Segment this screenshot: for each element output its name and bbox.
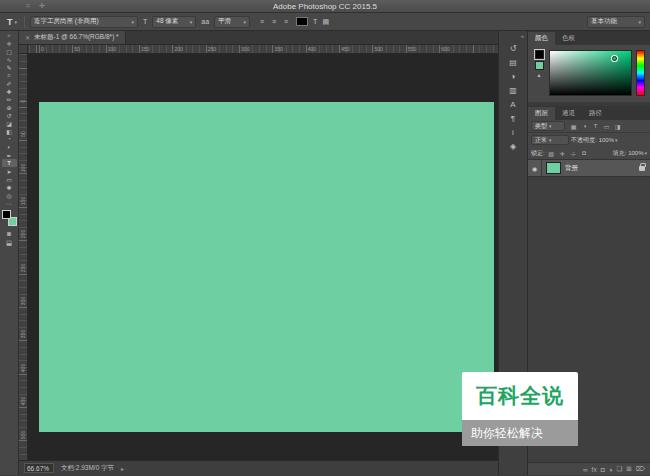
dock-info-icon[interactable]: i bbox=[502, 126, 524, 139]
layer-group-icon[interactable]: ❏ bbox=[617, 465, 623, 473]
zoom-tool[interactable]: ◎ bbox=[2, 191, 17, 199]
layer-filter-select[interactable]: 类型 ▾ bbox=[531, 121, 565, 131]
canvas-area[interactable]: 050100150200250300350400450500550600 050… bbox=[19, 45, 498, 460]
type-tool[interactable]: T bbox=[2, 159, 17, 167]
healing-brush-tool[interactable]: ✚ bbox=[2, 87, 17, 95]
align-left-icon[interactable]: ≡ bbox=[257, 17, 267, 27]
pen-tool[interactable]: ✒ bbox=[2, 151, 17, 159]
dock-history-icon[interactable]: ↺ bbox=[502, 42, 524, 55]
layers-panel-bottom-bar: ∞fx◘◑❏⊞⌦ bbox=[528, 462, 650, 475]
eyedropper-tool[interactable]: ✐ bbox=[2, 79, 17, 87]
opacity-select[interactable]: 100% ▾ bbox=[599, 137, 618, 143]
ruler-origin-corner[interactable] bbox=[19, 45, 28, 54]
new-layer-icon[interactable]: ⊞ bbox=[626, 465, 631, 473]
document-canvas[interactable] bbox=[39, 102, 494, 432]
tab-swatches[interactable]: 色板 bbox=[555, 32, 582, 45]
dock-properties-icon[interactable]: ▤ bbox=[502, 56, 524, 69]
tab-layers[interactable]: 图层 bbox=[528, 107, 555, 120]
dock-paragraph-icon[interactable]: ¶ bbox=[502, 112, 524, 125]
titlebar-icons: ⌗✛ bbox=[26, 0, 45, 12]
dock-character-icon[interactable]: A bbox=[502, 98, 524, 111]
saturation-brightness-picker[interactable] bbox=[549, 50, 632, 96]
color-panel-body: ▲ bbox=[528, 45, 650, 102]
tool-preset-picker[interactable]: T ▾ bbox=[5, 16, 19, 28]
filter-shape-icon[interactable]: ▭ bbox=[602, 122, 611, 131]
brush-tool[interactable]: ✏ bbox=[2, 95, 17, 103]
canvas-viewport[interactable] bbox=[28, 54, 498, 460]
title-bar: ⌗✛ Adobe Photoshop CC 2015.5 bbox=[0, 0, 650, 13]
filter-pixel-icon[interactable]: ▦ bbox=[569, 122, 578, 131]
blend-mode-select[interactable]: 正常 ▾ bbox=[531, 135, 569, 145]
text-color-swatch[interactable] bbox=[296, 17, 308, 26]
delete-layer-icon[interactable]: ⌦ bbox=[636, 465, 645, 473]
toolbar-collapse-icon[interactable]: » bbox=[7, 32, 10, 39]
history-brush-tool[interactable]: ↺ bbox=[2, 111, 17, 119]
dock-libraries-icon[interactable]: ▥ bbox=[502, 84, 524, 97]
layer-visibility-toggle[interactable]: ◉ bbox=[528, 160, 542, 176]
dock-adjustments-icon[interactable]: ◑ bbox=[502, 70, 524, 83]
filter-smart-object-icon[interactable]: ◨ bbox=[613, 122, 622, 131]
lock-transparency-icon[interactable]: ▨ bbox=[547, 149, 556, 158]
zoom-level-field[interactable]: 66.67% bbox=[24, 463, 54, 473]
crop-tool[interactable]: ⌗ bbox=[2, 71, 17, 79]
quick-selection-tool[interactable]: ✎ bbox=[2, 63, 17, 71]
tab-channels[interactable]: 通道 bbox=[555, 107, 582, 120]
shape-tool[interactable]: ▭ bbox=[2, 175, 17, 183]
quick-mask-icon[interactable]: ◙ bbox=[2, 229, 17, 238]
layer-effects-icon[interactable]: fx bbox=[592, 466, 597, 473]
layer-row-background[interactable]: ◉ 背景 bbox=[528, 160, 650, 177]
tab-paths[interactable]: 路径 bbox=[582, 107, 609, 120]
gradient-tool[interactable]: ◧ bbox=[2, 127, 17, 135]
ruler-number: 100 bbox=[108, 46, 116, 52]
foreground-color-swatch[interactable] bbox=[2, 210, 11, 219]
background-color-swatch[interactable] bbox=[535, 61, 544, 70]
chevron-down-icon: ▾ bbox=[190, 19, 193, 25]
font-size-select[interactable]: 48 像素 ▾ bbox=[152, 16, 196, 28]
antialias-select[interactable]: 平滑 ▾ bbox=[214, 16, 250, 28]
hue-slider[interactable] bbox=[636, 50, 645, 96]
ruler-number: 100 bbox=[20, 162, 26, 174]
dock-collapse-icon[interactable]: « bbox=[499, 33, 527, 41]
lock-pixels-icon[interactable]: ✛ bbox=[558, 149, 567, 158]
move-tool[interactable]: ✛ bbox=[2, 39, 17, 47]
lock-all-icon[interactable]: ◘ bbox=[580, 149, 589, 158]
color-swatches bbox=[2, 210, 17, 226]
lock-position-icon[interactable]: ⊹ bbox=[569, 149, 578, 158]
close-icon[interactable]: ✕ bbox=[25, 34, 30, 41]
path-selection-tool[interactable]: ➤ bbox=[2, 167, 17, 175]
screen-mode-icon[interactable]: ⬓ bbox=[2, 238, 17, 247]
filter-type-icon[interactable]: T bbox=[591, 122, 600, 131]
hand-tool[interactable]: ✱ bbox=[2, 183, 17, 191]
link-layers-icon[interactable]: ∞ bbox=[583, 466, 588, 473]
align-right-icon[interactable]: ≡ bbox=[281, 17, 291, 27]
layer-thumbnail[interactable] bbox=[546, 162, 561, 174]
clone-stamp-tool[interactable]: ⊕ bbox=[2, 103, 17, 111]
toggle-panels-icon[interactable]: ▤ bbox=[322, 18, 329, 26]
adjustment-layer-icon[interactable]: ◑ bbox=[609, 466, 613, 473]
foreground-color-swatch[interactable] bbox=[535, 50, 544, 59]
document-tab[interactable]: ✕ 未标题-1 @ 66.7%(RGB/8*) * bbox=[19, 31, 126, 44]
eraser-tool[interactable]: ◪ bbox=[2, 119, 17, 127]
warp-text-icon[interactable]: T bbox=[313, 18, 317, 25]
tab-color[interactable]: 颜色 bbox=[528, 32, 555, 45]
fill-label: 填充: bbox=[612, 149, 626, 158]
layer-filter-icons: ▦◑T▭◨ bbox=[569, 122, 622, 131]
font-family-select[interactable]: 造字工房尚黑 (非商用) ▾ bbox=[30, 16, 138, 28]
filter-adjustment-icon[interactable]: ◑ bbox=[580, 122, 589, 131]
marquee-tool[interactable]: ▢ bbox=[2, 47, 17, 55]
watermark-subtitle: 助你轻松解决 bbox=[471, 425, 543, 442]
chevron-down-icon: ▾ bbox=[549, 123, 552, 129]
chevron-down-icon: ▾ bbox=[244, 19, 247, 25]
align-center-icon[interactable]: ≡ bbox=[269, 17, 279, 27]
layer-mask-icon[interactable]: ◘ bbox=[601, 466, 605, 473]
workspace-select[interactable]: 基本功能 ▾ bbox=[587, 16, 645, 28]
dock-navigator-icon[interactable]: ◈ bbox=[502, 140, 524, 153]
blur-tool[interactable]: ◔ bbox=[2, 135, 17, 143]
color-picker-marker[interactable] bbox=[612, 56, 617, 61]
status-arrow-icon[interactable]: ▸ bbox=[121, 465, 124, 472]
ruler-number: 50 bbox=[74, 46, 80, 52]
fill-select[interactable]: 100% ▾ bbox=[628, 150, 647, 156]
dodge-tool[interactable]: ◐ bbox=[2, 143, 17, 151]
edit-toolbar-icon[interactable]: ⋯ bbox=[2, 199, 17, 207]
lasso-tool[interactable]: ∿ bbox=[2, 55, 17, 63]
